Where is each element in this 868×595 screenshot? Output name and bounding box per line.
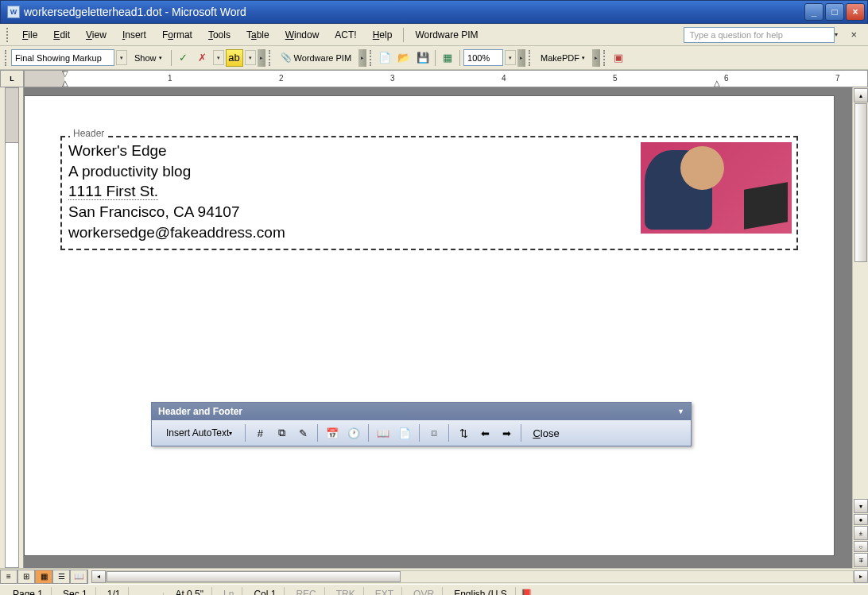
ruler-corner-tab-button[interactable]: L [0, 70, 24, 87]
document-scroll-area[interactable]: Header Worker's Edge A productivity blog… [24, 87, 868, 568]
view-reading-button[interactable]: 📖 [70, 570, 87, 584]
menu-wordware[interactable]: Wordware PIM [407, 26, 486, 44]
scroll-up-button[interactable]: ▴ [854, 88, 868, 102]
scroll-down-button[interactable]: ▾ [854, 499, 868, 513]
menu-edit[interactable]: Edit [45, 26, 78, 44]
browse-object-button[interactable]: ○ [854, 541, 868, 552]
zoom-dropdown-icon[interactable]: ▾ [505, 50, 516, 65]
zoom-input[interactable]: 100% [463, 49, 503, 66]
ruler-row: L ▽ △ 1 2 3 4 5 6 7 △ [0, 70, 868, 87]
toolbar-grip-4[interactable] [529, 50, 532, 66]
hf-toolbar-options-icon[interactable]: ▼ [677, 408, 684, 415]
menu-act[interactable]: ACT! [327, 26, 364, 44]
help-dropdown-icon[interactable]: ▾ [835, 28, 846, 42]
insert-page-number-button[interactable]: # [250, 423, 269, 442]
hf-toolbar-title: Header and Footer [158, 406, 242, 417]
link-to-previous-button[interactable]: ⧈ [424, 423, 444, 442]
toolbar-grip-5[interactable] [603, 50, 606, 66]
show-previous-button[interactable]: ⬅ [475, 423, 494, 442]
highlight-button[interactable]: ab [226, 49, 243, 67]
close-button[interactable]: × [846, 3, 865, 21]
hscroll-left-button[interactable]: ◂ [91, 570, 106, 583]
highlight-dropdown-icon[interactable]: ▾ [245, 50, 256, 65]
status-at: At 0.5" [167, 587, 212, 596]
show-button[interactable]: Show ▾ [129, 49, 168, 67]
reject-dropdown-icon[interactable]: ▾ [213, 50, 224, 65]
horizontal-ruler[interactable]: ▽ △ 1 2 3 4 5 6 7 △ [24, 70, 868, 87]
view-normal-button[interactable]: ≡ [0, 570, 17, 584]
makepdf-button[interactable]: MakePDF ▾ [535, 49, 591, 67]
new-doc-button[interactable]: 📄 [376, 49, 393, 67]
vertical-scrollbar[interactable]: ▴ ▾ ● ± ○ ∓ [852, 87, 868, 568]
menu-tools[interactable]: Tools [200, 26, 238, 44]
open-button[interactable]: 📂 [395, 49, 413, 67]
status-language[interactable]: English (U.S [446, 587, 516, 596]
minimize-button[interactable]: _ [804, 3, 823, 21]
hf-toolbar-titlebar[interactable]: Header and Footer ▼ [152, 403, 691, 420]
browse-object-dot[interactable]: ● [854, 514, 868, 525]
format-page-number-button[interactable]: ✎ [293, 423, 312, 442]
insert-date-button[interactable]: 📅 [323, 423, 342, 442]
next-page-button[interactable]: ∓ [854, 553, 868, 567]
hf-close-button[interactable]: Close [526, 423, 565, 442]
accept-change-button[interactable]: ✓ [175, 49, 192, 67]
toolbar-grip-1[interactable] [5, 50, 8, 66]
status-ext[interactable]: EXT [367, 587, 402, 596]
insert-autotext-button[interactable]: Insert AutoText ▾ [158, 423, 240, 442]
excel-button[interactable]: ▦ [439, 49, 456, 67]
pdf-icon-button[interactable]: ▣ [610, 49, 627, 67]
help-search-input[interactable]: Type a question for help [684, 27, 835, 43]
wordware-button[interactable]: 📎Wordware PIM [275, 49, 358, 67]
status-line: Ln [215, 587, 242, 596]
insert-time-button[interactable]: 🕐 [344, 423, 363, 442]
status-spellcheck-icon[interactable]: 📕 [519, 588, 535, 596]
statusbar: Page 1 Sec 1 1/1 At 0.5" Ln Col 1 REC TR… [0, 584, 868, 595]
menu-window[interactable]: Window [277, 26, 327, 44]
toolbar-overflow-4[interactable]: ▸ [592, 49, 600, 67]
toolbar-grip-3[interactable] [370, 50, 373, 66]
reject-change-button[interactable]: ✗ [194, 49, 211, 67]
markup-dropdown-icon[interactable]: ▾ [116, 50, 127, 65]
menu-insert[interactable]: Insert [114, 26, 154, 44]
document-area: Header Worker's Edge A productivity blog… [0, 87, 868, 568]
status-section: Sec 1 [55, 587, 96, 596]
document-close-button[interactable]: × [846, 29, 862, 41]
vertical-ruler[interactable] [0, 87, 24, 568]
maximize-button[interactable]: □ [825, 3, 844, 21]
menubar-grip[interactable] [6, 28, 10, 42]
bottom-bar: ≡ ⊞ ▦ ☰ 📖 ◂ ▸ [0, 568, 868, 584]
hscroll-track[interactable] [106, 570, 854, 583]
view-outline-button[interactable]: ☰ [52, 570, 70, 584]
menu-view[interactable]: View [78, 26, 114, 44]
toolbar-overflow-3[interactable]: ▸ [517, 49, 525, 67]
toolbar-overflow-1[interactable]: ▸ [258, 49, 265, 67]
scroll-thumb[interactable] [854, 103, 867, 262]
menu-table[interactable]: Table [238, 26, 277, 44]
view-print-button[interactable]: ▦ [35, 570, 52, 584]
view-web-button[interactable]: ⊞ [17, 570, 35, 584]
menubar: File Edit View Insert Format Tools Table… [0, 24, 868, 46]
hscroll-thumb[interactable] [107, 571, 401, 582]
toolbar-grip-2[interactable] [269, 50, 272, 66]
toolbar-row: Final Showing Markup ▾ Show ▾ ✓ ✗ ▾ ab ▾… [0, 46, 868, 70]
show-hide-doctext-button[interactable]: 📄 [395, 423, 414, 442]
page-setup-button[interactable]: 📖 [374, 423, 393, 442]
markup-mode-select[interactable]: Final Showing Markup [11, 49, 114, 66]
prev-page-button[interactable]: ± [854, 526, 868, 540]
status-ovr[interactable]: OVR [405, 587, 443, 596]
show-next-button[interactable]: ➡ [497, 423, 516, 442]
menu-file[interactable]: File [14, 26, 45, 44]
menu-format[interactable]: Format [154, 26, 200, 44]
insert-num-pages-button[interactable]: ⧉ [272, 423, 291, 442]
hscroll-right-button[interactable]: ▸ [854, 570, 868, 583]
save-button[interactable]: 💾 [414, 49, 432, 67]
switch-header-footer-button[interactable]: ⇅ [454, 423, 473, 442]
document-page[interactable]: Header Worker's Edge A productivity blog… [24, 95, 835, 556]
menu-help[interactable]: Help [365, 26, 401, 44]
toolbar-overflow-2[interactable]: ▸ [358, 49, 366, 67]
header-image[interactable] [641, 142, 792, 234]
header-footer-toolbar[interactable]: Header and Footer ▼ Insert AutoText ▾ # … [151, 402, 692, 446]
status-trk[interactable]: TRK [328, 587, 364, 596]
status-rec[interactable]: REC [288, 587, 324, 596]
header-region[interactable]: Header Worker's Edge A productivity blog… [60, 136, 798, 250]
